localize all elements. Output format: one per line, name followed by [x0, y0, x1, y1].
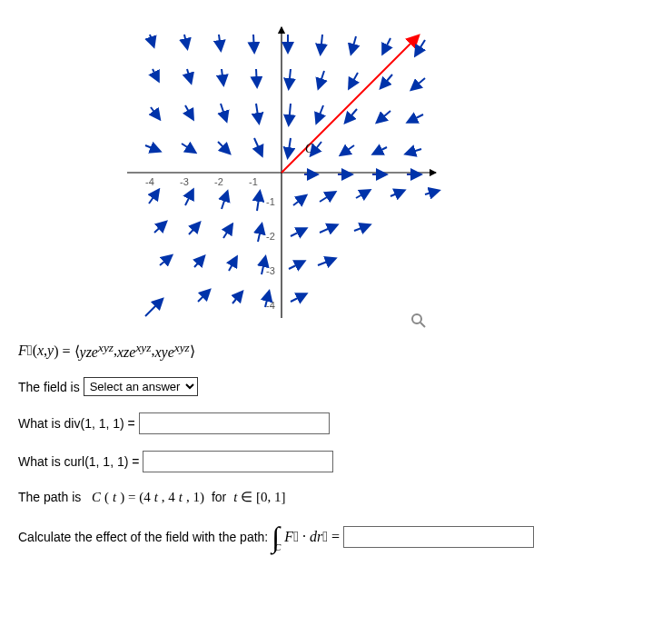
svg-line-40 [145, 145, 159, 151]
svg-line-46 [341, 145, 354, 154]
svg-line-75 [145, 300, 162, 316]
svg-line-24 [222, 69, 223, 84]
svg-text:-2: -2 [266, 231, 275, 242]
effect-label: Calculate the effect of the field with t… [18, 530, 268, 544]
svg-text:-3: -3 [266, 265, 275, 276]
svg-line-15 [219, 35, 221, 49]
curl-input[interactable] [143, 451, 333, 472]
svg-line-21 [416, 40, 425, 55]
svg-line-27 [319, 71, 324, 87]
svg-line-14 [184, 35, 187, 47]
svg-line-81 [420, 323, 425, 327]
svg-text:-2: -2 [214, 176, 223, 187]
svg-line-16 [253, 35, 254, 51]
svg-line-37 [346, 109, 357, 122]
svg-line-42 [218, 142, 229, 153]
svg-line-60 [390, 191, 403, 196]
svg-line-65 [258, 225, 262, 242]
svg-line-76 [198, 291, 209, 302]
svg-line-32 [185, 105, 193, 118]
plot-svg: -4 -3 -2 -1 -1 -2 -3 -4 C [109, 18, 454, 327]
path-definition: The path is C(t) = (4t, 4t, 1) for t ∈ [… [18, 489, 654, 505]
svg-line-73 [289, 262, 303, 269]
svg-line-69 [160, 256, 171, 265]
svg-line-29 [381, 75, 392, 87]
svg-line-19 [351, 36, 356, 53]
svg-line-20 [383, 38, 390, 53]
svg-line-68 [354, 225, 369, 231]
svg-line-54 [185, 191, 193, 205]
svg-line-58 [320, 193, 334, 202]
svg-line-72 [262, 258, 265, 274]
svg-line-79 [291, 294, 305, 302]
svg-line-64 [223, 225, 232, 238]
svg-text:-3: -3 [180, 176, 189, 187]
svg-line-26 [289, 69, 291, 87]
vector-field-plot: -4 -3 -2 -1 -1 -2 -3 -4 C [109, 18, 454, 327]
svg-line-39 [409, 114, 423, 122]
svg-line-34 [256, 104, 259, 122]
div-input[interactable] [139, 412, 330, 434]
svg-line-36 [317, 105, 323, 122]
svg-line-38 [378, 111, 390, 122]
svg-line-71 [229, 258, 236, 271]
field-type-select[interactable]: Select an answer [84, 377, 198, 396]
svg-line-31 [151, 107, 159, 118]
svg-point-80 [412, 314, 421, 323]
svg-text:-4: -4 [145, 176, 154, 187]
field-is-label: The field is [18, 380, 80, 394]
path-c [282, 36, 418, 173]
svg-text:-1: -1 [266, 196, 275, 207]
line-integral-expr: ∫C F⃗ · dr⃗ = [272, 522, 340, 552]
vector-field-formula: F⃗(x, y) = ⟨yzexyz, xzexyz, xyexyz⟩ [18, 341, 654, 361]
svg-line-48 [407, 149, 421, 154]
svg-line-47 [374, 147, 387, 154]
svg-line-62 [154, 223, 165, 233]
svg-line-55 [222, 193, 227, 209]
svg-line-53 [149, 191, 158, 204]
curl-label: What is curl(1, 1, 1) = [18, 454, 139, 469]
svg-line-77 [232, 293, 242, 303]
svg-line-25 [256, 69, 257, 85]
svg-line-43 [254, 138, 262, 154]
svg-line-33 [221, 104, 226, 120]
svg-line-59 [356, 191, 369, 198]
svg-line-18 [321, 35, 322, 53]
svg-line-67 [320, 225, 336, 233]
integral-input[interactable] [343, 526, 534, 548]
svg-line-41 [182, 144, 194, 152]
svg-line-30 [412, 78, 425, 89]
svg-line-44 [288, 138, 291, 156]
svg-line-23 [187, 69, 191, 82]
svg-line-66 [291, 229, 305, 236]
svg-line-61 [425, 191, 438, 194]
svg-line-28 [350, 73, 358, 87]
svg-line-13 [150, 35, 153, 45]
svg-text:-1: -1 [249, 176, 258, 187]
svg-line-56 [257, 193, 260, 211]
svg-line-35 [289, 104, 291, 124]
svg-line-22 [153, 69, 158, 80]
svg-line-74 [318, 259, 334, 265]
svg-line-57 [293, 196, 305, 205]
svg-line-63 [189, 224, 199, 234]
svg-line-70 [194, 257, 203, 267]
div-label: What is div(1, 1, 1) = [18, 416, 135, 431]
magnify-icon[interactable] [410, 313, 427, 332]
